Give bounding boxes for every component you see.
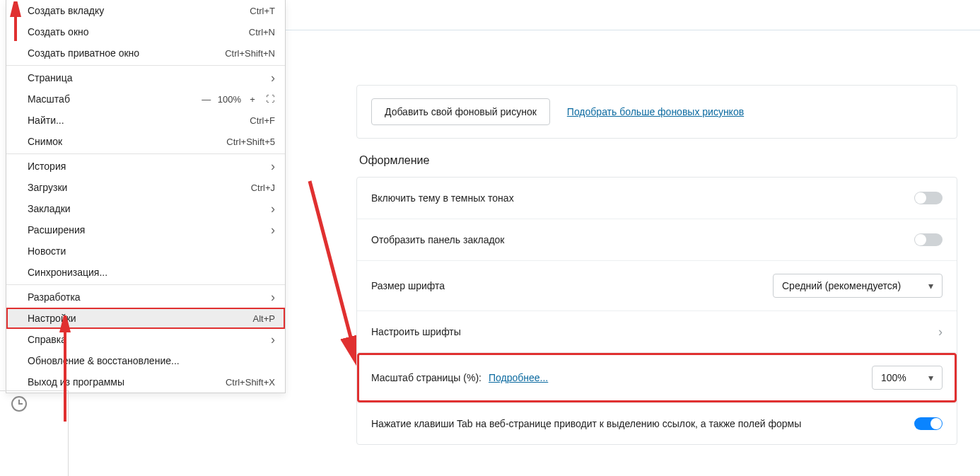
bookmarks-bar-row: Отобразить панель закладок xyxy=(357,219,957,260)
menu-separator xyxy=(6,284,285,285)
menu-item[interactable]: Справка xyxy=(6,329,285,350)
dark-theme-row: Включить тему в темных тонах xyxy=(357,178,957,219)
page-zoom-select[interactable]: 100% ▾ xyxy=(872,366,943,390)
menu-item-shortcut: Ctrl+T xyxy=(250,6,275,16)
section-title-appearance: Оформление xyxy=(359,154,957,167)
bookmarks-bar-label: Отобразить панель закладок xyxy=(371,234,505,245)
dark-theme-toggle[interactable] xyxy=(914,192,943,204)
menu-item-shortcut: Ctrl+Shift+N xyxy=(225,48,275,59)
menu-item-label: История xyxy=(28,161,66,172)
menu-item[interactable]: Создать вкладкуCtrl+T xyxy=(6,0,285,21)
chevron-right-icon xyxy=(271,224,275,236)
zoom-in-button[interactable]: + xyxy=(247,94,258,105)
bookmarks-bar-toggle[interactable] xyxy=(914,233,943,246)
menu-item-label: Загрузки xyxy=(28,182,67,193)
menu-item-label: Выход из программы xyxy=(28,376,124,388)
menu-item-label: Найти... xyxy=(28,115,64,126)
menu-item-shortcut: Ctrl+N xyxy=(249,27,275,37)
menu-item-label: Синхронизация... xyxy=(28,267,107,278)
menu-item-label: Создать окно xyxy=(28,26,89,37)
menu-item-shortcut: Ctrl+Shift+5 xyxy=(226,137,275,147)
menu-item-label: Расширения xyxy=(28,224,85,236)
menu-item[interactable]: СнимокCtrl+Shift+5 xyxy=(6,131,285,152)
menu-item[interactable]: Новости xyxy=(6,240,285,262)
chevron-right-icon xyxy=(271,71,275,84)
menu-item-label: Масштаб xyxy=(28,93,70,105)
menu-item-shortcut: Ctrl+J xyxy=(251,182,275,193)
chevron-right-icon xyxy=(271,333,275,346)
appearance-card: Включить тему в темных тонах Отобразить … xyxy=(356,177,957,445)
menu-item[interactable]: Создать окноCtrl+N xyxy=(6,21,285,42)
menu-item[interactable]: Страница xyxy=(6,67,285,88)
chevron-right-icon: › xyxy=(938,325,943,339)
menu-item-shortcut: Ctrl+Shift+X xyxy=(226,377,275,388)
menu-item[interactable]: Разработка xyxy=(6,286,285,308)
menu-item[interactable]: Закладки xyxy=(6,198,285,219)
adjust-fonts-label: Настроить шрифты xyxy=(371,326,461,337)
menu-item-label: Настройки xyxy=(28,313,76,324)
menu-item-label: Разработка xyxy=(28,291,81,303)
caret-down-icon: ▾ xyxy=(928,372,933,383)
zoom-value: 100% xyxy=(218,94,241,105)
caret-down-icon: ▾ xyxy=(928,280,933,291)
menu-separator xyxy=(6,153,285,154)
menu-item[interactable]: Масштаб—100%+⛶ xyxy=(6,88,285,110)
menu-item-shortcut: Ctrl+F xyxy=(250,115,275,126)
content-top-divider xyxy=(286,30,980,30)
dark-theme-label: Включить тему в темных тонах xyxy=(371,192,514,204)
zoom-controls: —100%+⛶ xyxy=(201,94,275,105)
font-size-value: Средний (рекомендуется) xyxy=(782,280,901,291)
chevron-right-icon xyxy=(271,202,275,215)
menu-item-shortcut: Alt+P xyxy=(253,313,275,324)
tab-focus-row: Нажатие клавиши Tab на веб-странице прив… xyxy=(357,403,957,444)
menu-item-label: Справка xyxy=(28,334,66,345)
menu-item[interactable]: Расширения xyxy=(6,219,285,240)
add-background-button[interactable]: Добавить свой фоновый рисунок xyxy=(371,98,550,125)
font-size-select[interactable]: Средний (рекомендуется) ▾ xyxy=(773,274,943,298)
menu-item[interactable]: Создать приватное окноCtrl+Shift+N xyxy=(6,42,285,64)
menu-item-label: Страница xyxy=(28,72,72,83)
tab-focus-toggle[interactable] xyxy=(914,417,943,430)
svg-line-5 xyxy=(310,181,355,354)
page-zoom-more-link[interactable]: Подробнее... xyxy=(489,372,548,383)
menu-item-label: Создать вкладку xyxy=(28,5,104,16)
menu-item[interactable]: НастройкиAlt+P xyxy=(6,308,285,329)
menu-item-label: Обновление & восстановление... xyxy=(28,355,180,366)
menu-item[interactable]: Обновление & восстановление... xyxy=(6,350,285,371)
font-size-row: Размер шрифта Средний (рекомендуется) ▾ xyxy=(357,261,957,310)
page-zoom-label: Масштаб страницы (%): xyxy=(371,372,482,383)
more-backgrounds-link[interactable]: Подобрать больше фоновых рисунков xyxy=(567,106,744,117)
main-menu: Создать вкладкуCtrl+TСоздать окноCtrl+NС… xyxy=(6,0,286,393)
menu-separator xyxy=(6,65,285,66)
adjust-fonts-row[interactable]: Настроить шрифты › xyxy=(357,311,957,352)
menu-item-label: Снимок xyxy=(28,136,62,147)
font-size-label: Размер шрифта xyxy=(371,280,445,291)
chevron-right-icon xyxy=(271,291,275,303)
tab-focus-label: Нажатие клавиши Tab на веб-странице прив… xyxy=(371,418,801,429)
menu-item[interactable]: Найти...Ctrl+F xyxy=(6,110,285,131)
settings-content: Добавить свой фоновый рисунок Подобрать … xyxy=(356,85,957,460)
menu-item-label: Закладки xyxy=(28,203,71,214)
menu-item-label: Новости xyxy=(28,245,66,257)
zoom-out-button[interactable]: — xyxy=(201,94,212,105)
left-panel-divider xyxy=(68,390,69,476)
left-panel xyxy=(0,390,68,476)
menu-item[interactable]: ЗагрузкиCtrl+J xyxy=(6,177,285,198)
page-zoom-row: Масштаб страницы (%): Подробнее... 100% … xyxy=(357,353,957,402)
page-zoom-value: 100% xyxy=(881,372,906,383)
history-icon[interactable] xyxy=(11,396,27,412)
fullscreen-icon[interactable]: ⛶ xyxy=(264,94,275,104)
menu-item-label: Создать приватное окно xyxy=(28,47,139,59)
menu-item[interactable]: История xyxy=(6,156,285,177)
chevron-right-icon xyxy=(271,160,275,173)
menu-item[interactable]: Синхронизация... xyxy=(6,262,285,283)
menu-item[interactable]: Выход из программыCtrl+Shift+X xyxy=(6,371,285,393)
background-card: Добавить свой фоновый рисунок Подобрать … xyxy=(356,85,957,139)
